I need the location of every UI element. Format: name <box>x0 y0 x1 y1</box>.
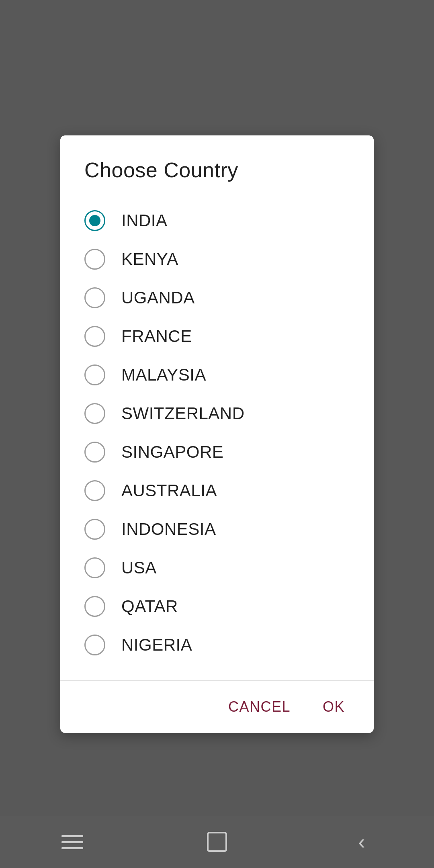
country-name-india: INDIA <box>121 211 168 230</box>
country-item-singapore[interactable]: SINGAPORE <box>84 433 350 471</box>
country-name-kenya: KENYA <box>121 250 178 269</box>
home-square-icon[interactable] <box>197 828 237 856</box>
country-name-france: FRANCE <box>121 327 192 346</box>
country-item-switzerland[interactable]: SWITZERLAND <box>84 394 350 433</box>
radio-kenya <box>84 249 105 270</box>
radio-usa <box>84 557 105 578</box>
radio-switzerland <box>84 403 105 424</box>
square-shape <box>207 832 227 852</box>
radio-indonesia <box>84 519 105 540</box>
country-item-malaysia[interactable]: MALAYSIA <box>84 356 350 394</box>
country-item-kenya[interactable]: KENYA <box>84 240 350 278</box>
country-item-usa[interactable]: USA <box>84 549 350 587</box>
country-list: INDIAKENYAUGANDAFRANCEMALAYSIASWITZERLAN… <box>84 201 350 664</box>
country-name-singapore: SINGAPORE <box>121 442 223 462</box>
country-name-switzerland: SWITZERLAND <box>121 404 245 423</box>
ok-button[interactable]: OK <box>310 690 358 723</box>
country-name-nigeria: NIGERIA <box>121 635 192 655</box>
radio-qatar <box>84 596 105 617</box>
radio-inner-india <box>89 215 100 226</box>
country-item-australia[interactable]: AUSTRALIA <box>84 471 350 510</box>
country-item-indonesia[interactable]: INDONESIA <box>84 510 350 549</box>
country-name-malaysia: MALAYSIA <box>121 365 206 385</box>
radio-malaysia <box>84 364 105 385</box>
radio-australia <box>84 480 105 501</box>
country-name-australia: AUSTRALIA <box>121 481 217 500</box>
radio-nigeria <box>84 635 105 655</box>
hamburger-lines <box>61 835 83 849</box>
menu-icon[interactable] <box>52 828 92 856</box>
radio-india <box>84 210 105 231</box>
radio-france <box>84 326 105 347</box>
radio-uganda <box>84 287 105 308</box>
back-icon[interactable]: ‹ <box>342 828 382 856</box>
dialog-content: Choose Country INDIAKENYAUGANDAFRANCEMAL… <box>60 135 374 680</box>
navigation-bar: ‹ <box>0 816 434 868</box>
overlay: Choose Country INDIAKENYAUGANDAFRANCEMAL… <box>0 0 434 868</box>
country-name-usa: USA <box>121 558 157 577</box>
cancel-button[interactable]: CANCEL <box>215 690 303 723</box>
country-item-qatar[interactable]: QATAR <box>84 587 350 626</box>
country-item-uganda[interactable]: UGANDA <box>84 278 350 317</box>
country-name-qatar: QATAR <box>121 597 178 616</box>
country-name-indonesia: INDONESIA <box>121 520 216 539</box>
radio-singapore <box>84 442 105 463</box>
dialog-title: Choose Country <box>84 158 350 182</box>
country-name-uganda: UGANDA <box>121 288 195 307</box>
country-item-nigeria[interactable]: NIGERIA <box>84 626 350 664</box>
dialog-actions: CANCEL OK <box>60 680 374 733</box>
country-item-france[interactable]: FRANCE <box>84 317 350 356</box>
country-item-india[interactable]: INDIA <box>84 201 350 240</box>
choose-country-dialog: Choose Country INDIAKENYAUGANDAFRANCEMAL… <box>60 135 374 733</box>
